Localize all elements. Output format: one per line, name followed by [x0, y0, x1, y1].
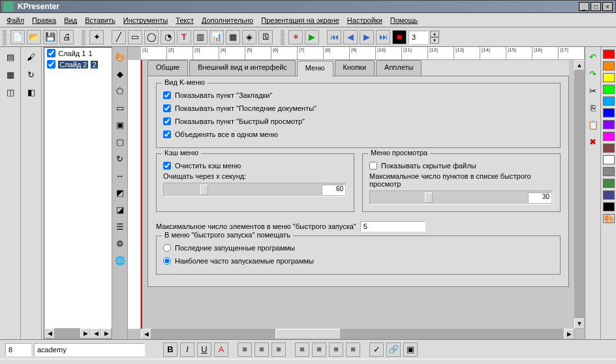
new-icon[interactable]: 📄 — [10, 30, 25, 44]
menu-insert[interactable]: Вставить — [81, 15, 119, 25]
slide-item[interactable]: Слайд 11 — [44, 48, 112, 59]
document-canvas[interactable]: Общие Внешний вид и интерфейс Меню Кнопк… — [141, 60, 574, 329]
menu-edit[interactable]: Правка — [28, 15, 60, 25]
copy-icon[interactable]: ⎘ — [586, 100, 600, 115]
paste-icon[interactable]: 📋 — [586, 117, 600, 132]
fill-icon[interactable]: ◧ — [24, 85, 38, 99]
gear-icon[interactable]: ⚙ — [113, 236, 127, 250]
italic-icon[interactable]: I — [180, 342, 194, 357]
close-button[interactable]: × — [602, 2, 613, 11]
align-left-icon[interactable]: ≡ — [238, 342, 252, 357]
menu-settings[interactable]: Настройки — [343, 15, 386, 25]
autoshape-icon[interactable]: ▥ — [193, 30, 208, 44]
save-icon[interactable]: 💾 — [43, 30, 57, 44]
cut-icon[interactable]: ✂ — [586, 83, 600, 98]
next-icon[interactable]: ▶ — [360, 30, 374, 44]
first-icon[interactable]: ⏮ — [327, 30, 341, 44]
color-swatch[interactable] — [603, 167, 615, 176]
rect2-icon[interactable]: ▭ — [113, 100, 127, 115]
slide-item[interactable]: Слайд 22 — [44, 59, 112, 70]
color-swatch[interactable] — [603, 108, 615, 117]
color-swatch[interactable] — [603, 50, 615, 59]
menu-help[interactable]: Помощь — [386, 15, 422, 25]
color-swatch[interactable] — [603, 179, 615, 188]
menu-tools[interactable]: Инструменты — [119, 15, 172, 25]
bold-icon[interactable]: B — [163, 342, 177, 357]
shadow-icon[interactable]: ◪ — [113, 202, 127, 217]
color-swatch[interactable] — [603, 155, 615, 164]
color-swatch[interactable] — [603, 85, 615, 94]
font-color-icon[interactable]: A — [214, 342, 228, 357]
tab-menu[interactable]: Меню — [297, 61, 333, 76]
image-icon[interactable]: 🖻 — [258, 30, 273, 44]
rect-icon[interactable]: ▭ — [128, 30, 142, 44]
outline-hscroll[interactable]: ◀▶◀▶ — [44, 328, 112, 339]
slide-number-input[interactable] — [408, 31, 428, 44]
chk-merge-menu[interactable] — [163, 130, 171, 138]
chk-recent-docs[interactable] — [163, 104, 171, 112]
slide-spinner[interactable]: ▲▼ — [430, 31, 439, 44]
slide-visible-check[interactable] — [47, 49, 55, 57]
last-icon[interactable]: ⏭ — [376, 30, 390, 44]
outline-icon[interactable]: ▤ — [3, 50, 18, 64]
slides-icon[interactable]: ▦ — [3, 67, 18, 82]
redo-icon[interactable]: ↷ — [586, 67, 600, 81]
flip-icon[interactable]: ↔ — [113, 168, 127, 183]
indent-more-icon[interactable]: ≡ — [346, 342, 360, 357]
chk-bookmarks[interactable] — [163, 91, 171, 99]
color-swatch[interactable] — [603, 97, 615, 106]
toolbar-grip[interactable] — [82, 29, 85, 45]
open-icon[interactable]: 📂 — [27, 30, 41, 44]
rotate-icon[interactable]: ↻ — [113, 151, 127, 166]
globe-icon[interactable]: 🌐 — [113, 253, 127, 267]
spellcheck-icon[interactable]: ✓ — [369, 342, 384, 357]
tab-general[interactable]: Общие — [147, 60, 188, 76]
link-icon[interactable]: 🔗 — [386, 342, 401, 357]
minimize-button[interactable]: _ — [579, 2, 589, 11]
tab-applets[interactable]: Апплеты — [376, 60, 422, 76]
pointer-icon[interactable]: ✦ — [89, 30, 104, 44]
color-picker-icon[interactable]: 🎨 — [603, 214, 615, 223]
chart-icon[interactable]: 📊 — [209, 30, 224, 44]
canvas-hscroll[interactable]: ◀▶ — [141, 329, 574, 339]
object-icon[interactable]: ◈ — [242, 30, 256, 44]
color-swatch[interactable] — [603, 144, 615, 153]
align-icon[interactable]: ☰ — [113, 219, 127, 234]
notes-icon[interactable]: ◫ — [3, 85, 18, 99]
preview-max-slider[interactable]: 30 — [369, 190, 553, 205]
color-swatch[interactable] — [603, 120, 615, 129]
underline-icon[interactable]: U — [197, 342, 211, 357]
chk-quick-view[interactable] — [163, 117, 171, 125]
group-icon[interactable]: ▣ — [113, 117, 127, 132]
3d-icon[interactable]: ◩ — [113, 185, 127, 200]
pie-icon[interactable]: ◔ — [161, 30, 175, 44]
color-swatch[interactable] — [603, 202, 615, 211]
play-icon[interactable]: ▶ — [305, 30, 319, 44]
font-size-select[interactable] — [5, 343, 31, 356]
align-center-icon[interactable]: ≡ — [254, 342, 269, 357]
maximize-button[interactable]: □ — [591, 2, 601, 11]
settings-icon[interactable]: ▣ — [403, 342, 418, 357]
indent-less-icon[interactable]: ≡ — [329, 342, 343, 357]
brush-icon[interactable]: 🖌 — [24, 50, 38, 64]
toolbar-grip[interactable] — [281, 29, 285, 45]
toolbar-grip[interactable] — [3, 29, 7, 45]
tab-buttons[interactable]: Кнопки — [335, 60, 375, 76]
poly-icon[interactable]: ⬠ — [113, 83, 127, 98]
font-family-select[interactable] — [34, 343, 145, 356]
refresh-icon[interactable]: ↻ — [24, 67, 38, 82]
menu-presentation[interactable]: Презентация на экране — [257, 15, 343, 25]
clipart-icon[interactable]: 🎨 — [113, 50, 127, 64]
color-swatch[interactable] — [603, 132, 615, 141]
slide-visible-check[interactable] — [47, 60, 55, 68]
numlist-icon[interactable]: ≡ — [295, 342, 309, 357]
menu-view[interactable]: Вид — [60, 15, 81, 25]
text-icon[interactable]: T — [177, 30, 191, 44]
color-swatch[interactable] — [603, 73, 615, 82]
shape-icon[interactable]: ◆ — [113, 67, 127, 81]
effect-icon[interactable]: ✶ — [288, 30, 303, 44]
chk-hidden-files[interactable] — [369, 162, 377, 170]
menu-text[interactable]: Текст — [172, 15, 198, 25]
bulletlist-icon[interactable]: ≡ — [312, 342, 326, 357]
ellipse-icon[interactable]: ◯ — [144, 30, 159, 44]
